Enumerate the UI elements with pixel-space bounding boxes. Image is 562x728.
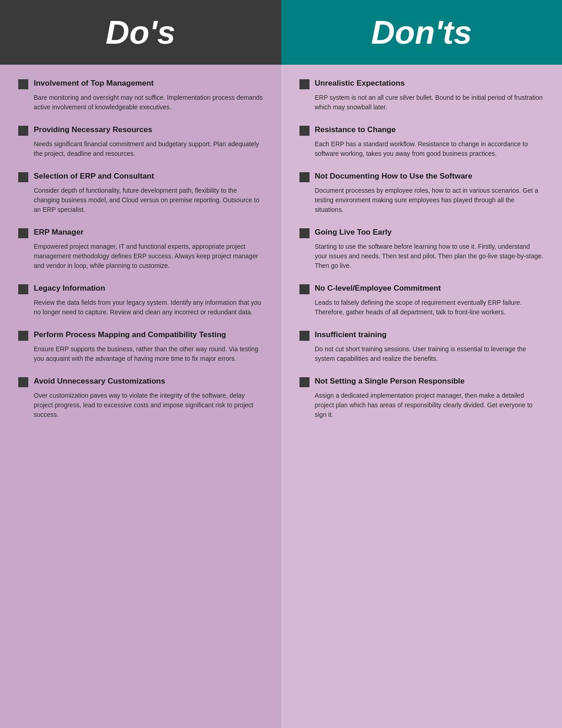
dos-item-icon-5 [18,331,28,341]
dos-item-body-1: Needs significant financial commitment a… [18,139,263,159]
page: Do's Don'ts Involvement of Top Managemen… [0,0,562,728]
donts-item-body-6: Assign a dedicated implementation projec… [299,391,544,420]
donts-title: Don'ts [371,14,472,51]
donts-item-2: Not Documenting How to Use the SoftwareD… [299,171,544,215]
dos-item-3: ERP ManagerEmpowered project manager, IT… [18,227,263,271]
dos-item-header-0: Involvement of Top Management [18,78,263,89]
dos-item-title-4: Legacy Information [34,283,105,293]
dos-item-body-2: Consider depth of functionality, future … [18,186,263,215]
header: Do's Don'ts [0,0,562,65]
donts-item-header-6: Not Setting a Single Person Responsible [299,376,544,387]
donts-column: Unrealistic ExpectationsERP system is no… [281,65,562,728]
donts-item-header-5: Insufficient training [299,330,544,341]
donts-item-header-4: No C-level/Employee Commitment [299,283,544,294]
dos-item-1: Providing Necessary ResourcesNeeds signi… [18,125,263,159]
donts-item-body-5: Do not cut short training sessions. User… [299,344,544,364]
dos-item-header-3: ERP Manager [18,227,263,238]
dos-item-title-6: Avoid Unnecessary Customizations [34,376,165,386]
donts-item-header-1: Resistance to Change [299,125,544,136]
donts-item-1: Resistance to ChangeEach ERP has a stand… [299,125,544,159]
donts-item-title-5: Insufficient training [315,330,387,340]
dos-item-4: Legacy InformationReview the data fields… [18,283,263,317]
donts-item-title-6: Not Setting a Single Person Responsible [315,376,465,386]
dos-item-icon-0 [18,79,28,89]
header-donts: Don'ts [281,0,562,65]
donts-item-body-3: Starting to use the software before lear… [299,242,544,271]
dos-item-icon-3 [18,228,28,238]
dos-item-body-6: Over customization paves way to violate … [18,391,263,420]
donts-item-header-2: Not Documenting How to Use the Software [299,171,544,182]
donts-item-title-2: Not Documenting How to Use the Software [315,171,473,181]
dos-item-title-1: Providing Necessary Resources [34,125,152,135]
donts-item-6: Not Setting a Single Person ResponsibleA… [299,376,544,420]
donts-item-icon-2 [299,172,309,182]
donts-item-icon-5 [299,331,309,341]
donts-item-icon-6 [299,377,309,387]
donts-item-icon-1 [299,126,309,136]
donts-item-3: Going Live Too EarlyStarting to use the … [299,227,544,271]
donts-item-body-0: ERP system is not an all cure silver bul… [299,93,544,112]
donts-item-title-1: Resistance to Change [315,125,396,135]
dos-item-icon-2 [18,172,28,182]
dos-item-body-5: Ensure ERP supports the business, rather… [18,344,263,364]
donts-item-icon-4 [299,284,309,294]
donts-item-title-4: No C-level/Employee Commitment [315,283,441,293]
dos-item-title-5: Perform Process Mapping and Compatibilit… [34,330,226,340]
donts-item-5: Insufficient trainingDo not cut short tr… [299,330,544,364]
dos-item-body-3: Empowered project manager, IT and functi… [18,242,263,271]
dos-item-title-2: Selection of ERP and Consultant [34,171,154,181]
dos-item-2: Selection of ERP and ConsultantConsider … [18,171,263,215]
dos-item-header-6: Avoid Unnecessary Customizations [18,376,263,387]
dos-item-6: Avoid Unnecessary CustomizationsOver cus… [18,376,263,420]
donts-item-header-0: Unrealistic Expectations [299,78,544,89]
dos-column: Involvement of Top ManagementBare monito… [0,65,281,728]
donts-item-0: Unrealistic ExpectationsERP system is no… [299,78,544,112]
dos-item-header-4: Legacy Information [18,283,263,294]
dos-item-0: Involvement of Top ManagementBare monito… [18,78,263,112]
donts-item-icon-3 [299,228,309,238]
dos-item-icon-6 [18,377,28,387]
donts-item-4: No C-level/Employee CommitmentLeads to f… [299,283,544,317]
donts-item-body-4: Leads to falsely defining the scope of r… [299,298,544,317]
dos-item-title-0: Involvement of Top Management [34,78,154,88]
dos-item-title-3: ERP Manager [34,227,83,237]
dos-title: Do's [106,14,175,51]
dos-item-5: Perform Process Mapping and Compatibilit… [18,330,263,364]
dos-item-body-0: Bare monitoring and oversight may not su… [18,93,263,112]
dos-item-header-5: Perform Process Mapping and Compatibilit… [18,330,263,341]
donts-item-body-2: Document processes by employee roles, ho… [299,186,544,215]
dos-item-body-4: Review the data fields from your legacy … [18,298,263,317]
header-dos: Do's [0,0,281,65]
donts-item-title-0: Unrealistic Expectations [315,78,405,88]
donts-item-title-3: Going Live Too Early [315,227,392,237]
dos-item-icon-4 [18,284,28,294]
dos-item-icon-1 [18,126,28,136]
donts-item-body-1: Each ERP has a standard workflow. Resist… [299,139,544,159]
dos-item-header-2: Selection of ERP and Consultant [18,171,263,182]
dos-item-header-1: Providing Necessary Resources [18,125,263,136]
donts-item-icon-0 [299,79,309,89]
content: Involvement of Top ManagementBare monito… [0,65,562,728]
donts-item-header-3: Going Live Too Early [299,227,544,238]
